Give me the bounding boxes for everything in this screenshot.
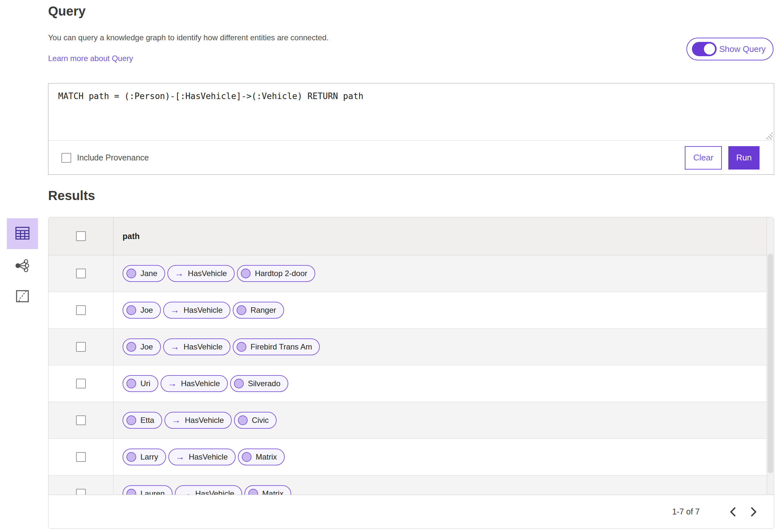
sidebar-item-link-chart-view[interactable]: [7, 251, 38, 281]
toggle-on-icon[interactable]: [692, 42, 717, 56]
table-row: Larry → HasVehicle Matrix: [48, 439, 774, 476]
path-cell: Joe → HasVehicle Ranger: [113, 292, 774, 328]
table-row: Jane → HasVehicle Hardtop 2-door: [48, 255, 774, 292]
query-page: Query You can query a knowledge graph to…: [0, 0, 780, 532]
relationship-pill[interactable]: → HasVehicle: [163, 338, 231, 355]
link-chart-icon: [15, 259, 30, 273]
map-icon: [15, 290, 29, 304]
row-checkbox-cell: [48, 292, 113, 328]
header-checkbox-cell: [48, 217, 113, 255]
node-icon: [127, 305, 136, 315]
table-icon: [15, 227, 30, 241]
table-row: Etta → HasVehicle Civic: [48, 402, 774, 439]
table-row: Joe → HasVehicle Firebird Trans Am: [48, 329, 774, 365]
node-icon: [127, 379, 136, 388]
relationship-pill[interactable]: → HasVehicle: [168, 448, 236, 466]
row-checkbox-cell: [48, 329, 113, 365]
entity-pill-target[interactable]: Ranger: [233, 302, 284, 319]
path-cell: Larry → HasVehicle Matrix: [113, 439, 774, 475]
scrollbar-thumb[interactable]: [768, 254, 773, 473]
row-checkbox[interactable]: [76, 452, 86, 462]
node-icon: [238, 415, 248, 425]
row-checkbox-cell: [48, 255, 113, 291]
chevron-left-icon: [729, 507, 736, 517]
path-column-header: path: [113, 217, 774, 255]
entity-pill-target[interactable]: Silverado: [230, 375, 288, 392]
include-provenance-checkbox[interactable]: [61, 153, 71, 163]
chevron-right-icon: [750, 507, 757, 517]
arrow-right-icon: →: [176, 453, 185, 462]
path-cell: Jane → HasVehicle Hardtop 2-door: [113, 255, 774, 291]
entity-pill-source[interactable]: Uri: [123, 375, 158, 392]
row-checkbox-cell: [48, 365, 113, 402]
show-query-label: Show Query: [719, 44, 766, 54]
row-checkbox[interactable]: [76, 269, 86, 278]
pagination-range-label: 1-7 of 7: [672, 507, 700, 517]
path-cell: Joe → HasVehicle Firebird Trans Am: [113, 329, 774, 365]
entity-pill-source[interactable]: Joe: [123, 302, 161, 319]
entity-pill-source[interactable]: Larry: [123, 448, 166, 466]
show-query-toggle[interactable]: Show Query: [686, 38, 774, 60]
entity-pill-source[interactable]: Joe: [123, 338, 161, 355]
entity-pill-source[interactable]: Etta: [123, 412, 162, 429]
node-icon: [241, 269, 251, 278]
run-button[interactable]: Run: [728, 146, 760, 169]
row-checkbox[interactable]: [76, 379, 86, 388]
node-icon: [127, 342, 136, 352]
entity-pill-target[interactable]: Firebird Trans Am: [233, 338, 320, 355]
table-row: Joe → HasVehicle Ranger: [48, 292, 774, 329]
entity-pill-target[interactable]: Matrix: [238, 448, 285, 466]
arrow-right-icon: →: [175, 269, 184, 278]
previous-page-button[interactable]: [723, 501, 743, 522]
relationship-pill[interactable]: → HasVehicle: [164, 412, 232, 429]
learn-more-link[interactable]: Learn more about Query: [48, 54, 133, 63]
relationship-pill[interactable]: → HasVehicle: [163, 302, 231, 319]
node-icon: [237, 305, 246, 315]
toggle-knob: [703, 43, 716, 55]
include-provenance-label: Include Provenance: [77, 153, 149, 162]
relationship-pill[interactable]: → HasVehicle: [167, 265, 235, 282]
results-table: path Jane → HasVehicle Hardtop 2-door: [48, 217, 774, 529]
node-icon: [234, 379, 244, 388]
node-icon: [127, 269, 136, 278]
table-row: Uri → HasVehicle Silverado: [48, 365, 774, 402]
entity-pill-source[interactable]: Jane: [123, 265, 165, 282]
entity-pill-target[interactable]: Hardtop 2-door: [237, 265, 315, 282]
row-checkbox-cell: [48, 402, 113, 438]
page-description: You can query a knowledge graph to ident…: [48, 33, 329, 42]
arrow-right-icon: →: [168, 379, 177, 388]
arrow-right-icon: →: [170, 306, 180, 315]
arrow-right-icon: →: [170, 342, 180, 352]
row-checkbox-cell: [48, 439, 113, 475]
relationship-pill[interactable]: → HasVehicle: [160, 375, 228, 392]
table-body: Jane → HasVehicle Hardtop 2-door Joe → H…: [48, 255, 774, 512]
node-icon: [242, 452, 251, 462]
node-icon: [237, 342, 246, 352]
row-checkbox[interactable]: [76, 415, 86, 425]
pagination-bar: 1-7 of 7: [48, 495, 774, 528]
path-cell: Uri → HasVehicle Silverado: [113, 365, 774, 402]
row-checkbox[interactable]: [76, 305, 86, 315]
page-title: Query: [48, 4, 86, 18]
results-title: Results: [48, 189, 95, 203]
query-panel: MATCH path = (:Person)-[:HasVehicle]->(:…: [48, 83, 774, 175]
arrow-right-icon: →: [172, 416, 181, 425]
node-icon: [127, 415, 136, 425]
clear-button[interactable]: Clear: [685, 146, 722, 169]
next-page-button[interactable]: [743, 501, 764, 522]
query-input[interactable]: MATCH path = (:Person)-[:HasVehicle]->(:…: [48, 84, 774, 141]
vertical-scrollbar[interactable]: [767, 217, 774, 495]
query-controls: Include Provenance Clear Run: [48, 141, 774, 174]
sidebar-item-map-view[interactable]: [7, 281, 38, 312]
node-icon: [127, 452, 136, 462]
entity-pill-target[interactable]: Civic: [234, 412, 277, 429]
path-cell: Etta → HasVehicle Civic: [113, 402, 774, 438]
row-checkbox[interactable]: [76, 342, 86, 352]
sidebar-item-table-view[interactable]: [7, 218, 38, 249]
table-header-row: path: [48, 217, 774, 255]
select-all-checkbox[interactable]: [76, 231, 86, 241]
